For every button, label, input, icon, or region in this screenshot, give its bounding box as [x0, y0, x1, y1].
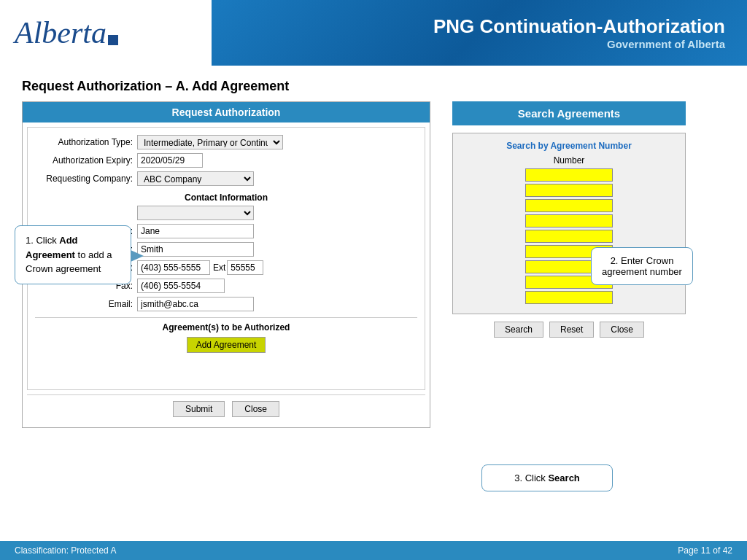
logo-area: Alberta: [0, 0, 212, 66]
contact-section-header: Contact Information: [35, 190, 417, 206]
subtitle: Government of Alberta: [607, 38, 725, 50]
callout1-text-before: Click: [36, 235, 59, 246]
email-row: Email:: [35, 297, 417, 311]
email-input[interactable]: [137, 297, 254, 311]
ext-label: Ext: [213, 262, 225, 273]
agreement-number-input-4[interactable]: [525, 214, 613, 228]
footer: Classification: Protected A Page 11 of 4…: [0, 541, 747, 560]
auth-expiry-row: Authorization Expiry:: [35, 153, 417, 168]
agreement-number-input-5[interactable]: [525, 230, 613, 243]
callout3-number: 3.: [514, 472, 525, 483]
reset-button[interactable]: Reset: [549, 322, 594, 338]
callout-1: 1. Click Add Agreement to add a Crown ag…: [15, 225, 131, 284]
auth-type-label: Authorization Type:: [35, 137, 137, 147]
callout3-bold: Search: [548, 472, 579, 483]
form-title: Request Authorization: [23, 102, 430, 122]
callout3-text: Click: [525, 472, 549, 483]
page-title: Request Authorization – A. Add Agreement: [0, 66, 747, 101]
page-number: Page 11 of 42: [678, 545, 732, 556]
main-title: PNG Continuation-Authorization: [433, 15, 725, 38]
form-buttons: Submit Close: [27, 394, 425, 423]
header-title-area: PNG Continuation-Authorization Governmen…: [212, 0, 747, 66]
classification: Classification: Protected A: [15, 545, 116, 556]
yellow-row-5: [460, 230, 678, 243]
callout-2: 2. Enter Crown agreement number: [591, 247, 693, 285]
agreement-number-input-1[interactable]: [525, 168, 613, 182]
first-name-input[interactable]: [137, 224, 254, 238]
yellow-row-1: [460, 168, 678, 182]
phone-input[interactable]: [137, 260, 210, 275]
agreement-empty-row: [35, 360, 417, 382]
main-content: 1. Click Add Agreement to add a Crown ag…: [0, 101, 747, 470]
search-panel-title: Search Agreements: [452, 101, 686, 125]
search-box-title: Search by Agreement Number: [460, 141, 678, 151]
search-button[interactable]: Search: [494, 322, 543, 338]
email-label: Email:: [35, 299, 137, 309]
agreement-number-input-2[interactable]: [525, 184, 613, 197]
search-box: Search by Agreement Number Number: [452, 133, 686, 314]
add-agreement-button[interactable]: Add Agreement: [187, 337, 266, 353]
auth-type-select[interactable]: Intermediate, Primary or Continued Te: [137, 135, 283, 149]
auth-type-row: Authorization Type: Intermediate, Primar…: [35, 135, 417, 149]
ext-input[interactable]: [227, 260, 263, 275]
agreement-section-header: Agreement(s) to be Authorized: [35, 322, 417, 337]
yellow-row-9: [460, 291, 678, 304]
last-name-input[interactable]: [137, 242, 254, 257]
logo-block: [108, 35, 118, 45]
fax-input[interactable]: [137, 279, 225, 293]
number-column-label: Number: [460, 155, 678, 166]
title-row: [35, 206, 417, 220]
auth-expiry-input[interactable]: [137, 153, 203, 168]
yellow-row-4: [460, 214, 678, 228]
right-panel: Search Agreements Search by Agreement Nu…: [452, 101, 686, 470]
requesting-company-select[interactable]: ABC Company: [137, 171, 254, 186]
requesting-company-label: Requesting Company:: [35, 174, 137, 184]
yellow-row-3: [460, 199, 678, 212]
search-buttons: Search Reset Close: [452, 322, 686, 338]
close-search-button[interactable]: Close: [600, 322, 644, 338]
header: Alberta PNG Continuation-Authorization G…: [0, 0, 747, 66]
left-panel: 1. Click Add Agreement to add a Crown ag…: [22, 101, 430, 470]
title-select[interactable]: [137, 206, 254, 220]
requesting-company-row: Requesting Company: ABC Company: [35, 171, 417, 186]
callout-3: 3. Click Search: [481, 464, 613, 491]
yellow-row-2: [460, 184, 678, 197]
callout2-number: 2.: [611, 255, 621, 266]
auth-expiry-label: Authorization Expiry:: [35, 155, 137, 166]
logo-text: Alberta: [15, 16, 107, 50]
submit-button[interactable]: Submit: [173, 401, 225, 417]
agreement-number-input-9[interactable]: [525, 291, 613, 304]
agreement-section: Agreement(s) to be Authorized Add Agreem…: [35, 317, 417, 382]
callout1-number: 1.: [26, 235, 36, 246]
agreement-number-input-3[interactable]: [525, 199, 613, 212]
alberta-logo: Alberta: [15, 18, 118, 48]
close-button[interactable]: Close: [232, 401, 279, 417]
